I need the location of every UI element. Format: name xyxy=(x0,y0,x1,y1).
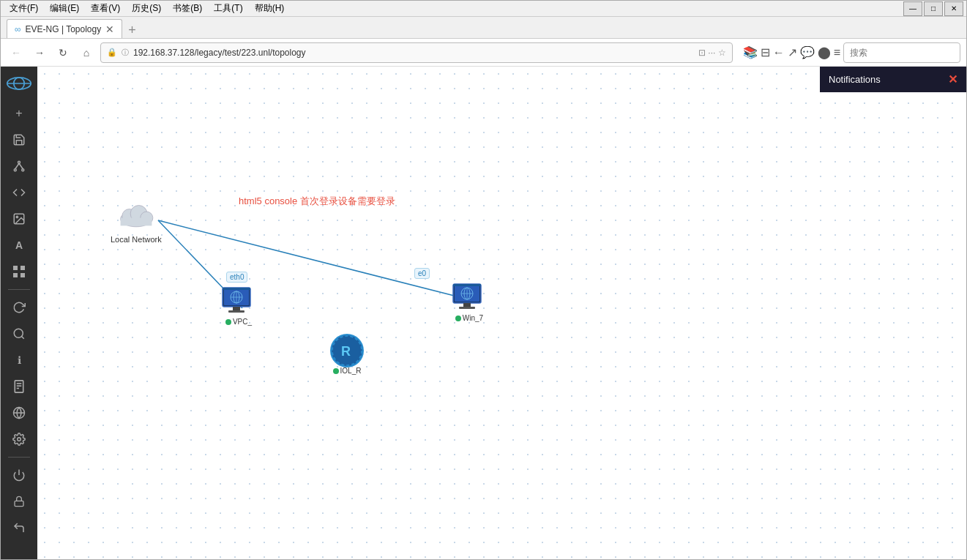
svg-point-3 xyxy=(18,161,20,163)
node-iol-r[interactable]: R IOL_R xyxy=(329,334,365,375)
eve-ng-logo xyxy=(4,72,34,94)
main-area: + xyxy=(1,67,966,559)
sidebar-save-button[interactable] xyxy=(6,128,32,152)
menu-view[interactable]: 查看(V) xyxy=(85,1,126,16)
maximize-button[interactable]: □ xyxy=(924,1,943,16)
vpc-status: VPC_ xyxy=(225,318,252,326)
menu-help[interactable]: 帮助(H) xyxy=(249,1,291,16)
tab-bar: ∞ EVE-NG | Topology ✕ + xyxy=(7,17,960,38)
reload-button[interactable]: ↻ xyxy=(53,43,72,62)
home-button[interactable]: ⌂ xyxy=(77,43,96,62)
notification-close-button[interactable]: ✕ xyxy=(948,72,957,86)
notification-title: Notifications xyxy=(829,74,881,85)
sidebar-text-button[interactable]: A xyxy=(6,234,32,257)
new-tab-button[interactable]: + xyxy=(128,23,136,38)
lock-icon: 🔒 xyxy=(107,48,117,57)
title-bar: ∞ EVE-NG | Topology ✕ + xyxy=(1,17,966,39)
svg-rect-49 xyxy=(453,284,481,286)
url-text: 192.168.37.128/legacy/test/223.unl/topol… xyxy=(133,48,694,58)
notification-panel: Notifications ✕ xyxy=(820,67,966,92)
node-local-network[interactable]: Local Network xyxy=(111,200,162,244)
svg-rect-31 xyxy=(120,218,152,226)
topology-canvas[interactable]: html5 console 首次登录设备需要登录 Local Network xyxy=(37,67,966,559)
close-button[interactable]: ✕ xyxy=(944,1,963,16)
sidebar: + xyxy=(1,67,37,559)
iol-r-status: IOL_R xyxy=(333,367,362,375)
iol-r-node-icon: R xyxy=(329,334,365,367)
svg-rect-11 xyxy=(20,266,25,270)
sidebar-settings-button[interactable] xyxy=(6,428,32,451)
iol-r-status-label: IOL_R xyxy=(340,367,362,375)
sidebar-network-button[interactable] xyxy=(6,401,32,425)
address-bar: ← → ↻ ⌂ 🔒 ⓘ 192.168.37.128/legacy/test/2… xyxy=(1,39,966,67)
forward-button[interactable]: → xyxy=(30,43,49,62)
notification-header: Notifications ✕ xyxy=(820,67,966,92)
search-input[interactable] xyxy=(843,42,960,63)
sidebar-divider-1 xyxy=(8,289,30,290)
sidebar-save2-button[interactable] xyxy=(6,375,32,398)
win7-status-dot xyxy=(455,316,461,321)
svg-point-5 xyxy=(22,169,24,171)
chat-icon[interactable]: 💬 xyxy=(800,45,815,59)
sidebar-image-button[interactable] xyxy=(6,207,32,231)
back-nav-icon[interactable]: ← xyxy=(773,46,785,59)
menu-tools[interactable]: 工具(T) xyxy=(208,1,248,16)
os-window: 文件(F) 编辑(E) 查看(V) 历史(S) 书签(B) 工具(T) 帮助(H… xyxy=(0,0,967,560)
menu-file[interactable]: 文件(F) xyxy=(4,1,44,16)
sidebar-topology-button[interactable] xyxy=(6,154,32,178)
svg-rect-47 xyxy=(463,303,471,307)
win7-node-icon xyxy=(451,281,488,314)
share-icon[interactable]: ↗ xyxy=(788,45,797,59)
url-box[interactable]: 🔒 ⓘ 192.168.37.128/legacy/test/223.unl/t… xyxy=(100,42,733,63)
menu-dots-icon[interactable]: ≡ xyxy=(834,46,840,59)
node-vpc[interactable]: eth0 xyxy=(220,285,257,326)
svg-rect-12 xyxy=(13,273,18,277)
tab-favicon: ∞ xyxy=(15,24,21,34)
minimize-button[interactable]: — xyxy=(903,1,922,16)
sidebar-lock-button[interactable] xyxy=(6,490,32,513)
notification-message: html5 console 首次登录设备需要登录 xyxy=(239,195,395,208)
svg-point-9 xyxy=(16,216,18,217)
sidebar-search-button[interactable] xyxy=(6,322,32,346)
profile-icon[interactable]: ⬤ xyxy=(818,45,831,59)
toolbar-right: 📚 ⊟ ← ↗ 💬 ⬤ ≡ xyxy=(743,42,960,63)
url-indicator: ⓘ xyxy=(122,48,129,58)
vpc-status-label: VPC_ xyxy=(233,318,252,326)
menu-edit[interactable]: 编辑(E) xyxy=(44,1,85,16)
sidebar-refresh-button[interactable] xyxy=(6,296,32,319)
svg-point-4 xyxy=(14,169,16,171)
sidebar-info-button[interactable]: ℹ xyxy=(6,348,32,372)
svg-line-6 xyxy=(15,163,19,169)
reader-icon[interactable]: ⊟ xyxy=(761,45,770,59)
sidebar-code-button[interactable] xyxy=(6,181,32,204)
win7-status-label: Win_7 xyxy=(463,314,483,322)
svg-rect-39 xyxy=(228,310,244,313)
svg-text:R: R xyxy=(341,344,351,359)
svg-rect-48 xyxy=(459,307,475,309)
sidebar-power-button[interactable] xyxy=(6,463,32,487)
local-network-label: Local Network xyxy=(111,235,162,244)
vpc-port-label: eth0 xyxy=(226,272,247,283)
win7-port-label: e0 xyxy=(414,268,430,279)
svg-rect-13 xyxy=(20,273,25,277)
browser-tab[interactable]: ∞ EVE-NG | Topology ✕ xyxy=(7,19,122,38)
svg-point-14 xyxy=(14,329,23,337)
back-button[interactable]: ← xyxy=(7,43,26,62)
library-icon[interactable]: 📚 xyxy=(743,45,758,59)
menu-history[interactable]: 历史(S) xyxy=(126,1,167,16)
svg-point-22 xyxy=(18,438,21,441)
sidebar-grid-button[interactable] xyxy=(6,260,32,283)
menu-bookmarks[interactable]: 书签(B) xyxy=(167,1,208,16)
svg-line-26 xyxy=(158,220,474,301)
sidebar-add-button[interactable]: + xyxy=(6,102,32,125)
tab-title: EVE-NG | Topology xyxy=(26,24,102,34)
sidebar-back-button[interactable] xyxy=(6,516,32,540)
menu-bar: 文件(F) 编辑(E) 查看(V) 历史(S) 书签(B) 工具(T) 帮助(H… xyxy=(1,1,966,17)
iol-r-status-dot xyxy=(333,368,339,374)
node-win7[interactable]: e0 Win_7 xyxy=(451,281,488,322)
topology-connections xyxy=(37,67,966,559)
tab-close-button[interactable]: ✕ xyxy=(105,23,114,35)
svg-rect-38 xyxy=(233,307,240,310)
svg-rect-10 xyxy=(13,266,18,270)
sidebar-divider-2 xyxy=(8,457,30,458)
